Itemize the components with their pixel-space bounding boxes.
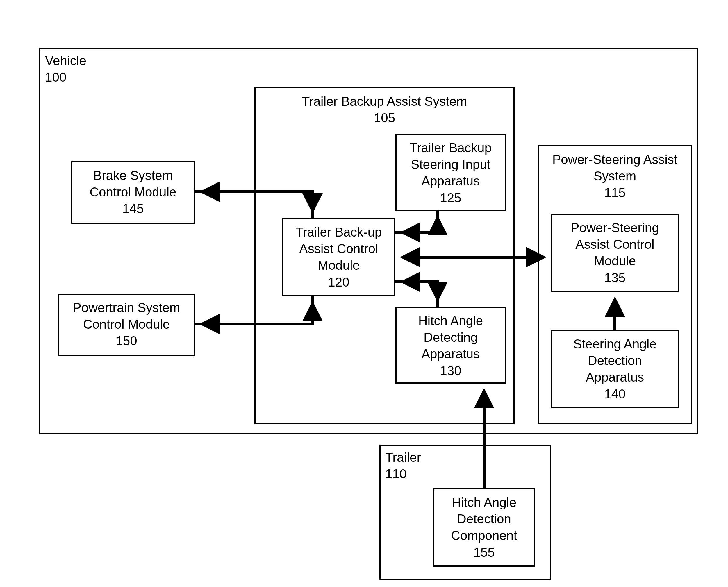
powertrain-system-label: Powertrain System Control Module 150: [58, 299, 195, 349]
vehicle-num: 100: [45, 70, 66, 84]
brake-system-num: 145: [122, 202, 144, 216]
hitch-angle-detecting-label: Hitch Angle Detecting Apparatus 130: [395, 312, 506, 379]
trailer-backup-steering-input-num: 125: [440, 191, 461, 205]
steering-angle-detection-num: 140: [604, 387, 625, 401]
trailer-backup-system-num: 105: [374, 111, 395, 125]
power-steering-control-label: Power-Steering Assist Control Module 135: [551, 219, 679, 286]
hitch-angle-detecting-num: 130: [440, 363, 461, 378]
power-steering-control-num: 135: [604, 271, 625, 285]
trailer-title: Trailer 110: [385, 449, 421, 482]
vehicle-title: Vehicle 100: [45, 52, 86, 86]
power-steering-system-num: 115: [604, 185, 625, 199]
trailer-num: 110: [385, 467, 406, 481]
trailer-backup-control-num: 120: [328, 275, 349, 289]
vehicle-title-text: Vehicle: [45, 53, 86, 68]
trailer-backup-control-label: Trailer Back-up Assist Control Module 12…: [282, 224, 395, 290]
trailer-backup-system-title: Trailer Backup Assist System 105: [254, 93, 515, 126]
brake-system-label: Brake System Control Module 145: [71, 167, 195, 217]
powertrain-system-num: 150: [116, 334, 137, 348]
trailer-backup-system-text: Trailer Backup Assist System: [302, 94, 467, 109]
power-steering-system-label: Power-Steering Assist System 115: [538, 151, 692, 201]
steering-angle-detection-label: Steering Angle Detection Apparatus 140: [551, 336, 679, 402]
hitch-angle-component-num: 155: [473, 545, 495, 559]
hitch-angle-component-label: Hitch Angle Detection Component 155: [433, 494, 535, 561]
trailer-title-text: Trailer: [385, 450, 421, 464]
trailer-backup-steering-input-label: Trailer Backup Steering Input Apparatus …: [395, 140, 506, 206]
